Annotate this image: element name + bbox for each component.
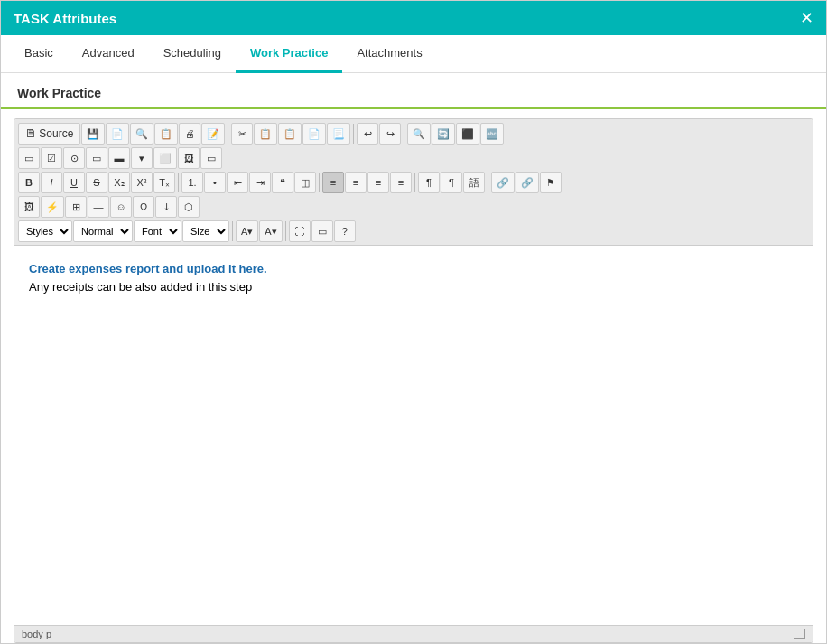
tab-attachments[interactable]: Attachments <box>342 35 436 73</box>
paste-word-button[interactable]: 📃 <box>327 123 350 145</box>
separator-1 <box>228 124 228 144</box>
justify-button[interactable]: ≡ <box>390 172 412 193</box>
source-button[interactable]: 🖹 Source <box>18 123 80 145</box>
table-button[interactable]: ⊞ <box>65 196 87 218</box>
unlink-button[interactable]: 🔗 <box>516 172 539 193</box>
section-title: Work Practice <box>1 73 826 109</box>
form-button[interactable]: ▭ <box>18 147 40 169</box>
tab-work-practice[interactable]: Work Practice <box>236 35 342 73</box>
normal-select[interactable]: Normal <box>73 220 133 242</box>
radio-button[interactable]: ⊙ <box>63 147 85 169</box>
help-button[interactable]: ? <box>334 220 356 242</box>
separator-6 <box>414 173 415 192</box>
font-bg-button[interactable]: A▾ <box>259 220 282 242</box>
language-button[interactable]: 語 <box>463 172 485 193</box>
new-doc-button[interactable]: 📄 <box>106 123 129 145</box>
clear-format-button[interactable]: Tₓ <box>153 172 175 193</box>
tab-basic[interactable]: Basic <box>10 35 68 73</box>
resize-handle[interactable] <box>794 629 805 639</box>
editor-content-area[interactable]: Create expenses report and upload it her… <box>14 246 813 625</box>
separator-2 <box>353 124 354 144</box>
bidi-rtl-button[interactable]: ¶ <box>441 172 462 193</box>
tab-bar: Basic Advanced Scheduling Work Practice … <box>1 35 826 73</box>
editor-footer: body p <box>14 625 813 642</box>
main-content: Work Practice 🖹 Source 💾 📄 🔍 📋 🖨 📝 ✂ 📋 <box>1 73 826 643</box>
bold-button[interactable]: B <box>18 172 40 193</box>
editor-bold-text: Create expenses report and upload it her… <box>29 260 798 278</box>
superscript-button[interactable]: X² <box>131 172 153 193</box>
hidden-field-button[interactable]: ▭ <box>200 147 222 169</box>
flash-button[interactable]: ⚡ <box>41 196 64 218</box>
create-div-button[interactable]: ◫ <box>294 172 316 193</box>
paste-button[interactable]: 📋 <box>278 123 302 145</box>
toolbar-row-3: B I U S X₂ X² Tₓ 1. • ⇤ ⇥ ❝ ◫ ≡ ≡ <box>18 172 809 193</box>
task-attributes-dialog: TASK Attributes ✕ Basic Advanced Schedul… <box>0 0 827 644</box>
separator-4 <box>178 173 179 192</box>
align-left-button[interactable]: ≡ <box>322 172 344 193</box>
toolbar: 🖹 Source 💾 📄 🔍 📋 🖨 📝 ✂ 📋 📋 📄 📃 ↩ ↪ <box>14 119 813 246</box>
link-button[interactable]: 🔗 <box>491 172 515 193</box>
title-bar: TASK Attributes ✕ <box>1 1 826 35</box>
button-button[interactable]: ⬜ <box>153 147 177 169</box>
redo-button[interactable]: ↪ <box>379 123 401 145</box>
cut-button[interactable]: ✂ <box>231 123 253 145</box>
preview-button[interactable]: 🔍 <box>130 123 153 145</box>
checkbox-button[interactable]: ☑ <box>41 147 62 169</box>
unordered-list-button[interactable]: • <box>204 172 226 193</box>
maximize-button[interactable]: ⛶ <box>289 220 311 242</box>
separator-3 <box>404 124 404 144</box>
show-blocks-button[interactable]: ▭ <box>311 220 333 242</box>
subscript-button[interactable]: X₂ <box>108 172 130 193</box>
toolbar-row-1: 🖹 Source 💾 📄 🔍 📋 🖨 📝 ✂ 📋 📋 📄 📃 ↩ ↪ <box>18 123 809 145</box>
anchor-button[interactable]: ⚑ <box>540 172 562 193</box>
editor-container: 🖹 Source 💾 📄 🔍 📋 🖨 📝 ✂ 📋 📋 📄 📃 ↩ ↪ <box>14 118 813 643</box>
tab-scheduling[interactable]: Scheduling <box>149 35 236 73</box>
paste-text-button[interactable]: 📄 <box>302 123 326 145</box>
textarea-button[interactable]: ▬ <box>108 147 130 169</box>
toolbar-row-4: 🖼 ⚡ ⊞ — ☺ Ω ⤓ ⬡ <box>18 196 809 218</box>
page-break-button[interactable]: ⤓ <box>155 196 177 218</box>
remove-format-button[interactable]: 🔤 <box>480 123 504 145</box>
blockquote-button[interactable]: ❝ <box>272 172 293 193</box>
select-button[interactable]: ▾ <box>131 147 153 169</box>
textfield-button[interactable]: ▭ <box>86 147 107 169</box>
styles-select[interactable]: Styles <box>18 220 72 242</box>
image-button[interactable]: 🖼 <box>18 196 40 218</box>
editor-normal-text: Any receipts can be also added in this s… <box>29 278 798 296</box>
font-color-button[interactable]: A▾ <box>236 220 258 242</box>
close-button[interactable]: ✕ <box>800 10 813 26</box>
underline-button[interactable]: U <box>63 172 85 193</box>
align-center-button[interactable]: ≡ <box>345 172 367 193</box>
horizontal-rule-button[interactable]: — <box>88 196 109 218</box>
size-select[interactable]: Size <box>182 220 229 242</box>
undo-button[interactable]: ↩ <box>357 123 378 145</box>
find-replace-button[interactable]: 🔄 <box>432 123 455 145</box>
bidi-ltr-button[interactable]: ¶ <box>418 172 440 193</box>
tab-advanced[interactable]: Advanced <box>68 35 149 73</box>
align-right-button[interactable]: ≡ <box>367 172 389 193</box>
templates-button[interactable]: 📋 <box>154 123 178 145</box>
toolbar-row-5: Styles Normal Font Size A▾ A▾ ⛶ <box>18 220 809 242</box>
indent-less-button[interactable]: ⇤ <box>227 172 248 193</box>
print-button[interactable]: 🖨 <box>179 123 200 145</box>
find-button[interactable]: 🔍 <box>407 123 431 145</box>
indent-more-button[interactable]: ⇥ <box>249 172 271 193</box>
spellcheck-button[interactable]: 📝 <box>201 123 225 145</box>
editor-path: body p <box>22 629 51 639</box>
separator-9 <box>285 221 286 241</box>
select-all-button[interactable]: ⬛ <box>456 123 479 145</box>
italic-button[interactable]: I <box>41 172 62 193</box>
font-select[interactable]: Font <box>134 220 181 242</box>
strikethrough-button[interactable]: S <box>86 172 107 193</box>
iframe-button[interactable]: ⬡ <box>178 196 200 218</box>
separator-7 <box>488 173 488 192</box>
special-char-button[interactable]: Ω <box>133 196 154 218</box>
smiley-button[interactable]: ☺ <box>110 196 132 218</box>
separator-5 <box>319 173 320 192</box>
save-button[interactable]: 💾 <box>81 123 105 145</box>
dialog-title: TASK Attributes <box>14 11 116 26</box>
toolbar-row-2: ▭ ☑ ⊙ ▭ ▬ ▾ ⬜ 🖼 ▭ <box>18 147 809 169</box>
ordered-list-button[interactable]: 1. <box>181 172 203 193</box>
image-field-button[interactable]: 🖼 <box>178 147 200 169</box>
copy-button[interactable]: 📋 <box>254 123 277 145</box>
